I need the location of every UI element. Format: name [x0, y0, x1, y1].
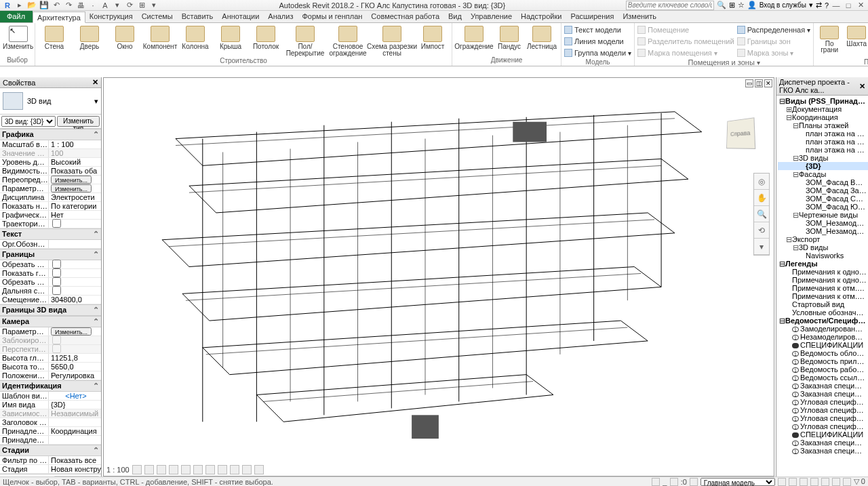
- apps-icon[interactable]: ⊞: [729, 1, 735, 9]
- prop-annocrop-check[interactable]: [52, 277, 61, 286]
- prop-campos[interactable]: Регулировка: [49, 371, 101, 380]
- mullion-button[interactable]: Схема разрезки стены: [370, 24, 414, 57]
- tree-item[interactable]: {3D}: [778, 162, 868, 170]
- curtain-button[interactable]: Стеновое ограждение: [328, 24, 368, 57]
- tree-item[interactable]: 1Угловая спецификация: [778, 414, 868, 422]
- print-icon[interactable]: 🖶: [76, 1, 85, 10]
- tree-item[interactable]: Примечания к отм. 0,000: [778, 284, 868, 292]
- tab-massing[interactable]: Формы и генплан: [298, 11, 367, 22]
- tree-item[interactable]: ⊟Легенды: [778, 260, 868, 268]
- tree-item[interactable]: план этажа на отм.: [778, 146, 868, 154]
- tab-systems[interactable]: Системы: [138, 11, 178, 22]
- view-tile-icon[interactable]: ▭: [745, 79, 753, 87]
- browser-close-icon[interactable]: ✕: [859, 82, 865, 91]
- sb-icon-8[interactable]: [821, 478, 829, 486]
- tree-item[interactable]: план этажа на отп.0: [778, 129, 868, 138]
- ramp-button[interactable]: Пандус: [496, 24, 523, 50]
- component-button[interactable]: Компонент: [144, 24, 176, 50]
- vt-crop-icon[interactable]: [193, 465, 203, 474]
- tab-annotate[interactable]: Аннотации: [218, 11, 264, 22]
- help-icon[interactable]: ?: [825, 1, 829, 9]
- vt-constraints-icon[interactable]: [230, 465, 239, 474]
- tree-item[interactable]: ЗОМ_Фасад Восто: [778, 178, 868, 186]
- stair-button[interactable]: Лестница: [526, 24, 558, 50]
- sb-icon-2[interactable]: [670, 478, 678, 486]
- impost-button[interactable]: Импост: [416, 24, 449, 50]
- tree-item[interactable]: ЗОМ_Фасад Север: [778, 195, 868, 203]
- more-icon[interactable]: ▾: [113, 1, 122, 10]
- tree-item[interactable]: 1Заказная спецификация: [778, 382, 868, 390]
- vt-reveal-icon[interactable]: [218, 465, 227, 474]
- sb-icon-9[interactable]: [832, 478, 840, 486]
- tab-insert[interactable]: Вставить: [178, 11, 218, 22]
- byface-button[interactable]: По грани: [816, 24, 842, 53]
- tree-item[interactable]: ⊟3D виды: [778, 243, 868, 251]
- sb-icon-1[interactable]: [652, 478, 660, 486]
- tree-item[interactable]: 1Ведомость ссылочных: [778, 373, 868, 382]
- tree-item[interactable]: ⊟Фасады: [778, 170, 868, 178]
- tree-item[interactable]: ⊟Экспорт: [778, 235, 868, 243]
- tree-item[interactable]: ⊟Координация: [778, 113, 868, 121]
- type-dropdown-icon[interactable]: ▾: [94, 97, 98, 106]
- prop-camparams-button[interactable]: Изменить...: [51, 327, 92, 336]
- tree-item[interactable]: 1Незамоделированные: [778, 333, 868, 341]
- tree-item[interactable]: Стартовый вид: [778, 300, 868, 308]
- view-scale[interactable]: 1 : 100: [106, 466, 130, 474]
- section-bounds3d[interactable]: Границы 3D вида: [2, 306, 66, 315]
- tree-item[interactable]: 1Заказная спецификаци: [778, 439, 868, 447]
- tree-item[interactable]: 1Заказная спецификаци: [778, 447, 868, 455]
- tab-collab[interactable]: Совместная работа: [367, 11, 444, 22]
- user-icon[interactable]: 👤: [747, 1, 757, 9]
- tab-architecture[interactable]: Архитектура: [33, 12, 85, 23]
- view-icon[interactable]: ⊞: [137, 1, 146, 10]
- prop-discipline[interactable]: Электросети: [49, 193, 101, 201]
- tab-modify[interactable]: Изменить: [618, 11, 661, 22]
- tree-item[interactable]: СПЕЦИФИКАЦИИ: [778, 430, 868, 439]
- login-link[interactable]: Вход в службы: [760, 1, 806, 9]
- prop-eye[interactable]: 11251,8: [49, 354, 101, 362]
- prop-crop-check[interactable]: [52, 260, 61, 268]
- properties-close-icon[interactable]: ✕: [92, 78, 98, 87]
- vt-detail-icon[interactable]: [132, 465, 142, 474]
- railing-button[interactable]: Ограждение: [455, 24, 493, 50]
- tab-view[interactable]: Вид: [444, 11, 467, 22]
- view-selector[interactable]: 3D вид: {3D}: [1, 116, 56, 127]
- nav-expand-icon[interactable]: ▾: [754, 239, 769, 255]
- wall-button[interactable]: Стена: [38, 24, 71, 50]
- prop-template[interactable]: <Нет>: [49, 392, 101, 400]
- tab-addins[interactable]: Надстройки: [517, 11, 566, 22]
- tree-item[interactable]: ⊟3D виды: [778, 154, 868, 162]
- vt-style-icon[interactable]: [144, 465, 154, 474]
- exchange-icon[interactable]: ⇄: [816, 1, 822, 9]
- tree-item[interactable]: ⊟Ведомости/Спецификации: [778, 317, 868, 325]
- redo-icon[interactable]: ↷: [64, 1, 73, 10]
- edit-type-button[interactable]: Изменить тип: [57, 116, 100, 127]
- vt-sun-icon[interactable]: [157, 465, 166, 474]
- section-bounds[interactable]: Границы: [2, 250, 35, 259]
- prop-phase[interactable]: Новая констру...: [49, 465, 101, 473]
- window-button[interactable]: Окно: [108, 24, 141, 50]
- tree-item[interactable]: ⊟Чертежные виды: [778, 211, 868, 219]
- star-icon[interactable]: ☆: [738, 1, 745, 9]
- open2-icon[interactable]: 📂: [27, 1, 37, 10]
- vt-hide-icon[interactable]: [205, 465, 215, 474]
- tree-item[interactable]: Примечания к однолиней: [778, 268, 868, 276]
- tree-item[interactable]: Navisworks: [778, 251, 868, 260]
- shaft-button[interactable]: Шахта: [845, 24, 868, 47]
- sb-icon-4[interactable]: [778, 478, 786, 486]
- search-input[interactable]: [626, 1, 714, 10]
- section-camera[interactable]: Камера: [2, 317, 29, 326]
- tree-item[interactable]: Условные обозначения: [778, 308, 868, 317]
- prop-hidden[interactable]: По категории: [49, 202, 101, 210]
- section-stages[interactable]: Стадии: [2, 446, 29, 455]
- tab-structure[interactable]: Конструкция: [85, 11, 138, 22]
- door-button[interactable]: Дверь: [73, 24, 106, 50]
- nav-orbit-icon[interactable]: ⟲: [754, 222, 769, 239]
- sb-icon-6[interactable]: [800, 478, 808, 486]
- prop-detail[interactable]: Высокий: [49, 158, 101, 166]
- section-ident[interactable]: Идентификация: [2, 382, 62, 390]
- tree-item[interactable]: 1Замоделированные эл: [778, 325, 868, 333]
- tab-manage[interactable]: Управление: [467, 11, 517, 22]
- undo-icon[interactable]: ↶: [52, 1, 61, 10]
- tree-item[interactable]: ЗОМ_Фасад Запад: [778, 186, 868, 195]
